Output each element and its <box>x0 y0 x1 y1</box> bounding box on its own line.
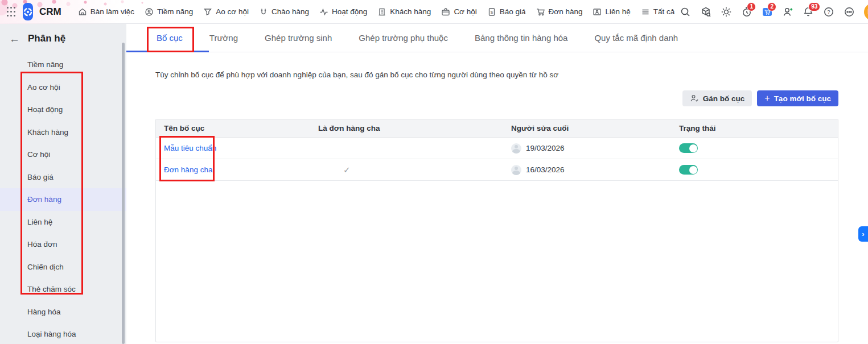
column-header-is-parent: Là đơn hàng cha <box>310 124 503 132</box>
tab-truong[interactable]: Trường <box>209 33 238 43</box>
tab-ghep-truong-phu-thuoc[interactable]: Ghép trường phụ thuộc <box>359 33 448 43</box>
cart-blue-icon[interactable]: 2 <box>762 6 773 18</box>
sidebar-item-tiem-nang[interactable]: Tiềm năng <box>0 53 126 76</box>
notifications-badge: 93 <box>808 2 820 11</box>
nav-item-contacts[interactable]: Liên hệ <box>587 0 635 23</box>
modifier-avatar <box>511 143 521 154</box>
assign-user-icon <box>690 94 699 103</box>
svg-text:$: $ <box>491 10 493 15</box>
nav-item-leads[interactable]: Tiềm năng <box>139 0 198 23</box>
menu-lines-icon <box>641 7 650 16</box>
nav-item-accounts[interactable]: Khách hàng <box>372 0 436 23</box>
more-options-icon[interactable] <box>844 6 855 18</box>
user-circle-icon <box>145 7 154 16</box>
nav-item-deals[interactable]: Cơ hội <box>436 0 482 23</box>
tab-bo-cuc[interactable]: Bố cục <box>157 33 183 43</box>
app-launcher-icon[interactable] <box>7 7 15 17</box>
nav-item-all[interactable]: Tất cả <box>636 0 680 23</box>
create-layout-button[interactable]: + Tạo mới bố cục <box>757 90 838 106</box>
briefcase-icon <box>441 7 450 16</box>
nav-item-label: Liên hệ <box>605 7 630 16</box>
back-arrow-icon[interactable]: ← <box>9 34 20 44</box>
assign-layout-button[interactable]: Gán bố cục <box>682 90 752 106</box>
user-avatar[interactable]: NK <box>864 3 868 20</box>
top-navigation-bar: CRM Bàn làm việc Tiềm năng Ao cơ hội Chà… <box>0 0 868 24</box>
home-icon <box>78 7 87 16</box>
table-row: Mẫu tiêu chuẩn 19/03/2026 <box>156 138 838 159</box>
svg-text:?: ? <box>828 9 830 15</box>
nav-item-label: Chào hàng <box>271 7 309 16</box>
tab-quy-tac-ma-dinh-danh[interactable]: Quy tắc mã định danh <box>594 33 678 43</box>
search-icon[interactable] <box>680 6 691 18</box>
nav-item-workspace[interactable]: Bàn làm việc <box>73 0 139 23</box>
sidebar-item-hang-hoa[interactable]: Hàng hóa <box>0 301 126 324</box>
sidebar-item-the-cham-soc[interactable]: Thẻ chăm sóc <box>0 278 126 301</box>
layout-link-don-hang-cha[interactable]: Đơn hàng cha <box>164 165 212 174</box>
settings-tabs: Bố cục Trường Ghép trường sinh Ghép trườ… <box>126 24 868 52</box>
product-search-icon[interactable] <box>700 6 711 18</box>
add-user-icon[interactable] <box>782 6 793 18</box>
nav-item-label: Đơn hàng <box>549 7 583 16</box>
status-toggle-on[interactable] <box>679 143 698 153</box>
table-header: Tên bố cục Là đơn hàng cha Người sửa cuố… <box>156 119 838 138</box>
sidebar-item-co-hoi[interactable]: Cơ hội <box>0 143 126 166</box>
column-header-status: Trạng thái <box>671 124 838 132</box>
sidebar-item-lien-he[interactable]: Liên hệ <box>0 211 126 234</box>
table-row: Đơn hàng cha ✓ 16/03/2026 <box>156 159 838 181</box>
is-parent-mark: ✓ <box>310 165 503 175</box>
settings-gear-icon[interactable] <box>721 6 732 18</box>
magnet-icon <box>259 7 268 16</box>
contact-card-icon <box>593 7 602 16</box>
layout-table: Tên bố cục Là đơn hàng cha Người sửa cuố… <box>155 119 838 342</box>
nav-item-orders[interactable]: Đơn hàng <box>531 0 588 23</box>
nav-item-label: Ao cơ hội <box>216 7 249 16</box>
modified-date: 19/03/2026 <box>526 144 565 152</box>
nav-item-label: Tiềm năng <box>157 7 193 16</box>
nav-item-label: Cơ hội <box>454 7 476 16</box>
expand-panel-chevron-button[interactable]: › <box>858 226 868 242</box>
crm-logo-icon[interactable] <box>23 3 33 20</box>
sidebar-item-chien-dich[interactable]: Chiến dịch <box>0 256 126 279</box>
tab-bang-thong-tin-hang-hoa[interactable]: Bảng thông tin hàng hóa <box>475 33 567 43</box>
nav-item-quotes[interactable]: $ Báo giá <box>482 0 531 23</box>
sidebar-item-hoa-don[interactable]: Hóa đơn <box>0 233 126 256</box>
reminder-badge: 1 <box>747 2 756 11</box>
nav-item-label: Tất cả <box>653 7 675 16</box>
nav-item-label: Bàn làm việc <box>90 7 134 16</box>
reminder-clock-icon[interactable]: 1 <box>741 6 752 18</box>
status-toggle-on[interactable] <box>679 165 698 175</box>
modified-date: 16/03/2026 <box>526 165 565 174</box>
sidebar-item-bao-gia[interactable]: Báo giá <box>0 166 126 189</box>
layout-description: Tùy chỉnh bố cục để phù hợp với doanh ng… <box>155 71 558 79</box>
active-tab-underline <box>126 51 209 52</box>
nav-item-label: Hoạt động <box>332 7 367 16</box>
nav-item-offers[interactable]: Chào hàng <box>254 0 314 23</box>
sidebar-item-ao-co-hoi[interactable]: Ao cơ hội <box>0 76 126 99</box>
tab-ghep-truong-sinh[interactable]: Ghép trường sinh <box>265 33 332 43</box>
brand-title: CRM <box>39 6 61 18</box>
nav-item-opportunity-pool[interactable]: Ao cơ hội <box>198 0 254 23</box>
sidebar-title: Phân hệ <box>28 33 65 44</box>
sidebar-scrollbar[interactable] <box>122 43 125 344</box>
quote-document-icon: $ <box>487 7 496 16</box>
assign-layout-label: Gán bố cục <box>703 94 745 103</box>
help-icon[interactable]: ? <box>823 6 834 18</box>
nav-item-label: Báo giá <box>500 7 526 16</box>
sidebar-item-loai-hang-hoa[interactable]: Loại hàng hóa <box>0 323 126 344</box>
sidebar-item-khach-hang[interactable]: Khách hàng <box>0 121 126 144</box>
cart-badge: 2 <box>767 2 776 11</box>
cart-icon <box>536 7 545 16</box>
notifications-bell-icon[interactable]: 93 <box>803 6 814 18</box>
building-icon <box>377 7 386 16</box>
main-content: Bố cục Trường Ghép trường sinh Ghép trườ… <box>126 24 868 344</box>
column-header-last-modified: Người sửa cuối <box>503 124 671 132</box>
action-buttons: Gán bố cục + Tạo mới bố cục <box>682 90 838 106</box>
sidebar-item-don-hang[interactable]: Đơn hàng <box>0 188 126 211</box>
nav-item-label: Khách hàng <box>390 7 431 16</box>
nav-item-activities[interactable]: Hoạt động <box>314 0 372 23</box>
module-sidebar: ← Phân hệ Tiềm năng Ao cơ hội Hoạt động … <box>0 24 126 344</box>
topbar-actions: 1 2 93 ? NK <box>680 3 868 20</box>
layout-link-mau-tieu-chuan[interactable]: Mẫu tiêu chuẩn <box>164 144 216 152</box>
funnel-icon <box>203 7 212 16</box>
sidebar-item-hoat-dong[interactable]: Hoạt động <box>0 98 126 121</box>
